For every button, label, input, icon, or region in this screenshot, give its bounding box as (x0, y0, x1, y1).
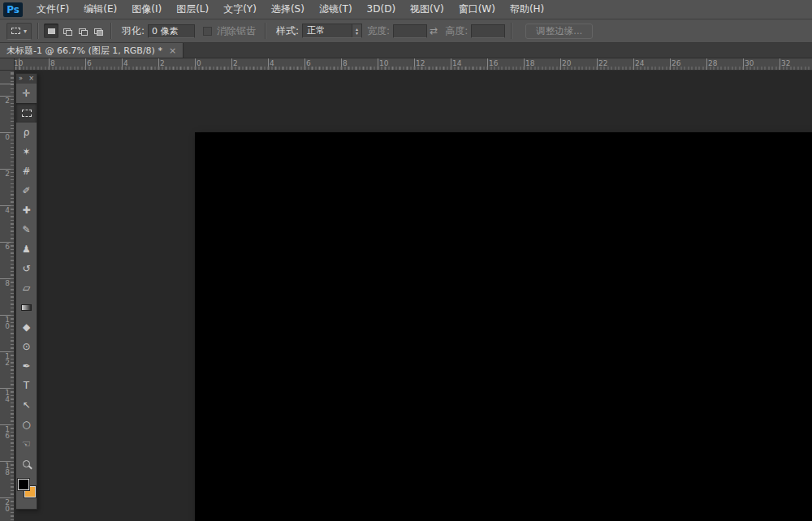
spinner-down-icon: ▾ (356, 31, 358, 35)
clone-stamp-icon: ♟ (22, 244, 31, 254)
h-ruler-label: 24 (635, 59, 644, 67)
new-selection-button[interactable] (44, 24, 58, 38)
add-to-selection-button[interactable] (59, 24, 74, 38)
tools-panel: » × ✛ρ✶#✐✚✎♟↺▱◆⊙✒T↖○☜ (15, 73, 37, 510)
move-icon: ✛ (22, 88, 30, 98)
zoom-tool[interactable] (16, 454, 37, 473)
expand-panel-icon[interactable]: » (19, 75, 23, 83)
document-tab[interactable]: 未标题-1 @ 66.7% (图层 1, RGB/8) * × (0, 43, 184, 58)
v-ruler-label: 2 0 (3, 499, 11, 512)
crop-icon: # (22, 166, 30, 176)
h-ruler-label: 4 (123, 59, 128, 67)
refine-edge-button[interactable]: 调整边缘... (525, 24, 593, 39)
close-tab-icon[interactable]: × (169, 45, 176, 56)
h-ruler-label: 10 (379, 59, 388, 67)
healing-brush-tool[interactable]: ✚ (16, 200, 37, 220)
subtract-from-selection-button[interactable] (75, 24, 89, 38)
v-ruler-label: 4 (3, 207, 11, 213)
eyedropper-tool[interactable]: ✐ (16, 181, 37, 200)
options-bar: ▾ 羽化: 0 像素 消除锯齿 样式: 正常 ▴ (0, 19, 812, 43)
gradient-tool[interactable] (16, 298, 37, 317)
eraser-tool[interactable]: ▱ (16, 278, 37, 298)
zoom-icon (23, 460, 30, 467)
divider (110, 23, 111, 39)
menu-item[interactable]: 滤镜(T) (312, 0, 360, 19)
menu-items: 文件(F)编辑(E)图像(I)图层(L)文字(Y)选择(S)滤镜(T)3D(D)… (29, 0, 551, 19)
menu-item[interactable]: 帮助(H) (503, 0, 551, 19)
clone-stamp-tool[interactable]: ♟ (16, 239, 37, 259)
hand-tool[interactable]: ☜ (16, 434, 37, 454)
path-selection-tool[interactable]: ↖ (16, 395, 37, 415)
antialias-checkbox[interactable] (203, 27, 212, 36)
h-ruler-label: 32 (781, 59, 790, 67)
menu-item[interactable]: 文件(F) (29, 0, 76, 19)
width-label: 宽度: (367, 24, 390, 38)
tool-preset-button[interactable]: ▾ (6, 23, 32, 40)
foreground-color-swatch[interactable] (18, 479, 29, 490)
crop-tool[interactable]: # (16, 161, 37, 181)
menu-item[interactable]: 视图(V) (403, 0, 451, 19)
selection-mode-group (44, 24, 105, 38)
new-selection-icon (48, 28, 55, 34)
v-ruler-label: 1 0 (3, 316, 11, 329)
eraser-icon: ▱ (23, 283, 30, 293)
h-ruler-label: 12 (416, 59, 425, 67)
swap-dimensions-icon[interactable]: ⇄ (430, 25, 438, 37)
h-ruler-label: 18 (525, 59, 534, 67)
v-ruler-label: 8 (3, 280, 11, 286)
spinner-arrows-icon[interactable]: ▴ ▾ (352, 24, 361, 37)
color-swatches (16, 476, 37, 509)
menu-item[interactable]: 图像(I) (124, 0, 169, 19)
brush-tool[interactable]: ✎ (16, 220, 37, 239)
rectangular-marquee-tool[interactable] (16, 103, 37, 123)
add-to-selection-icon (63, 28, 71, 34)
chevron-down-icon: ▾ (24, 28, 27, 35)
pen-tool[interactable]: ✒ (16, 356, 37, 376)
h-ruler-label: 6 (87, 59, 92, 67)
type-icon: T (24, 381, 29, 390)
menu-item[interactable]: 图层(L) (169, 0, 216, 19)
ruler-minor-ticks (15, 67, 812, 70)
h-ruler-label: 6 (306, 59, 311, 67)
h-ruler-label: 8 (50, 59, 55, 67)
menu-item[interactable]: 选择(S) (264, 0, 312, 19)
menu-item[interactable]: 编辑(E) (76, 0, 124, 19)
lasso-tool[interactable]: ρ (16, 123, 37, 142)
gradient-icon (21, 304, 32, 311)
width-input[interactable] (393, 24, 427, 38)
v-ruler-label: 1 6 (3, 426, 11, 439)
height-input[interactable] (471, 24, 505, 38)
intersect-selection-button[interactable] (90, 24, 105, 38)
photoshop-logo-icon: Ps (3, 2, 23, 17)
brush-icon: ✎ (22, 225, 30, 235)
magic-wand-tool[interactable]: ✶ (16, 142, 37, 161)
h-ruler-label: 0 (197, 59, 201, 67)
menu-item[interactable]: 窗口(W) (451, 0, 503, 19)
v-ruler-label: 2 (3, 97, 11, 104)
blur-tool[interactable]: ◆ (16, 317, 37, 337)
h-ruler-label: 14 (452, 59, 461, 67)
feather-label: 羽化: (122, 24, 145, 38)
h-ruler-label: 26 (672, 59, 680, 67)
v-ruler-label: 2 (3, 170, 11, 177)
dodge-tool[interactable]: ⊙ (16, 337, 37, 356)
ruler-vertical[interactable]: 2024681 01 21 41 61 82 0 (0, 71, 15, 521)
style-select[interactable]: 正常 ▴ ▾ (302, 24, 362, 38)
history-brush-icon: ↺ (22, 264, 30, 273)
feather-input[interactable]: 0 像素 (148, 24, 195, 38)
history-brush-tool[interactable]: ↺ (16, 259, 37, 278)
antialias-label: 消除锯齿 (217, 24, 256, 38)
tools-list: ✛ρ✶#✐✚✎♟↺▱◆⊙✒T↖○☜ (16, 84, 37, 473)
type-tool[interactable]: T (16, 376, 37, 395)
document-canvas[interactable] (195, 132, 812, 521)
divider (37, 23, 38, 39)
ruler-corner (0, 58, 15, 71)
ruler-horizontal[interactable]: 10864202468101214161820222426283032 (15, 58, 812, 71)
menu-item[interactable]: 3D(D) (360, 0, 403, 19)
ellipse-tool[interactable]: ○ (16, 415, 37, 434)
pasteboard (15, 71, 812, 521)
menu-bar: Ps 文件(F)编辑(E)图像(I)图层(L)文字(Y)选择(S)滤镜(T)3D… (0, 0, 812, 19)
move-tool[interactable]: ✛ (16, 84, 37, 103)
menu-item[interactable]: 文字(Y) (216, 0, 264, 19)
close-panel-icon[interactable]: × (28, 75, 34, 83)
